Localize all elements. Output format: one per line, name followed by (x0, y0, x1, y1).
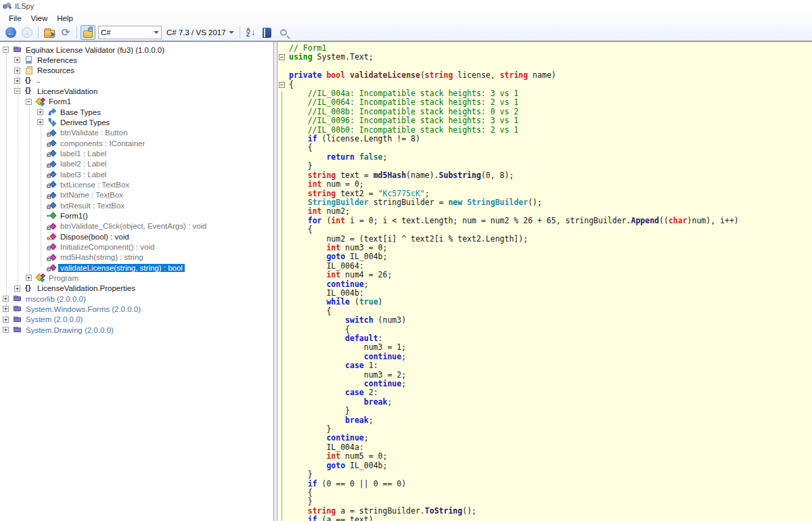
tree-item[interactable]: Form1() (0, 210, 273, 221)
tree-item[interactable]: label1 : Label (0, 148, 273, 158)
code-line: for (int i = 0; i < text.Length; num = n… (277, 217, 812, 225)
code-token: num2; (321, 206, 350, 216)
tree-item[interactable]: InitializeComponent() : void (0, 242, 273, 252)
language-version-value: C# 7.3 / VS 2017 (166, 28, 226, 37)
tree-item[interactable]: +Base Types (0, 107, 273, 117)
code-line: IL_0064: (277, 262, 812, 271)
tree-item[interactable]: +References (0, 55, 273, 65)
expand-icon[interactable]: + (14, 78, 20, 84)
expand-icon[interactable]: + (14, 68, 20, 74)
tree-item[interactable]: +Program (0, 273, 273, 283)
tree-item[interactable]: validateLicense(string, string) : bool (0, 263, 273, 273)
collapse-icon[interactable]: − (3, 47, 9, 53)
code-token (289, 461, 326, 470)
toolbar-separator (76, 26, 77, 39)
back-button[interactable]: ← (3, 25, 18, 40)
code-line: continue; (277, 380, 812, 388)
menu-item-view[interactable]: View (26, 14, 53, 23)
tree-item[interactable]: txtName : TextBox (0, 190, 273, 200)
code-token: string (425, 70, 453, 80)
decompiled-code-pane[interactable]: // Form1−using System.Text;private bool … (277, 42, 812, 521)
tree-item[interactable]: md5Hash(string) : string (0, 252, 273, 263)
tree-item[interactable]: +mscorlib (2.0.0.0) (0, 294, 273, 304)
tree-item[interactable]: btnValidate_Click(object, EventArgs) : v… (0, 221, 273, 231)
code-token: string (308, 506, 336, 516)
tree-item[interactable]: +System.Drawing (2.0.0.0) (0, 325, 273, 335)
code-line: // Form1 (277, 44, 812, 53)
code-token: num3 = 1; (289, 342, 406, 352)
expand-icon[interactable]: + (3, 296, 9, 302)
code-token: IL_004a: (289, 443, 364, 452)
code-view[interactable]: // Form1−using System.Text;private bool … (277, 42, 812, 521)
code-line: { (277, 307, 812, 316)
sort-assemblies-button[interactable]: AZ↓ (244, 25, 258, 40)
tree-item[interactable]: −{}LicenseValidation (0, 86, 273, 96)
code-token: name) (528, 70, 556, 80)
menu-item-file[interactable]: File (4, 14, 26, 23)
expand-icon[interactable]: + (3, 327, 9, 333)
tree-item[interactable]: label3 : Label (0, 169, 273, 179)
collapse-icon[interactable]: − (26, 99, 32, 105)
code-token (289, 171, 308, 180)
references-icon (24, 55, 35, 65)
code-token: ToString (425, 506, 462, 516)
tree-item[interactable]: components : IContainer (0, 138, 273, 148)
code-token: //IL_0096: Incompatible stack heights: 3… (289, 116, 518, 125)
code-token: if (308, 515, 317, 521)
tree-item[interactable]: txtResult : TextBox (0, 200, 273, 210)
code-token: } (289, 161, 313, 171)
code-token: int (331, 216, 345, 225)
field-private-icon (47, 128, 58, 138)
tree-item[interactable]: +{}- (0, 76, 273, 86)
tree-item[interactable]: −Equihax License Validator (fu3) (1.0.0.… (0, 45, 273, 55)
assembly-icon (12, 294, 24, 304)
tree-item[interactable]: −Form1 (0, 97, 273, 107)
field-private-icon (47, 190, 58, 200)
code-token (289, 198, 308, 207)
code-token: case (345, 388, 364, 397)
tree-item[interactable]: label2 : Label (0, 159, 273, 169)
open-file-button[interactable]: ➤ (42, 25, 57, 40)
code-token (355, 152, 359, 162)
tree-item[interactable]: +Resources (0, 66, 273, 76)
tree-item-label: txtLicense : TextBox (58, 181, 131, 189)
code-token: license, (453, 70, 499, 80)
expand-icon[interactable]: + (14, 286, 20, 292)
language-version-select[interactable]: C# 7.3 / VS 2017 (164, 26, 237, 39)
code-token: a = stringBuilder. (336, 506, 425, 516)
expand-icon[interactable]: + (37, 119, 43, 125)
expand-icon[interactable]: + (37, 109, 43, 115)
fold-collapse-icon[interactable]: − (279, 54, 285, 60)
tree-item[interactable]: +System (2.0.0.0) (0, 315, 273, 325)
fold-collapse-icon[interactable]: − (279, 82, 285, 88)
menu-item-help[interactable]: Help (52, 14, 78, 23)
expand-icon[interactable]: + (26, 275, 32, 281)
code-token (289, 252, 326, 261)
code-line: switch (num3) (277, 316, 812, 325)
tree-item[interactable]: Dispose(bool) : void (0, 231, 273, 242)
tree-item[interactable]: btnValidate : Button (0, 128, 273, 138)
language-select[interactable]: C# (98, 26, 162, 39)
assembly-tree-pane[interactable]: −Equihax License Validator (fu3) (1.0.0.… (0, 42, 274, 521)
refresh-button[interactable]: ⟳ (58, 25, 73, 40)
search-button[interactable] (276, 25, 291, 40)
assembly-icon (12, 325, 24, 335)
assembly-icon (12, 45, 24, 55)
tree-item[interactable]: +Derived Types (0, 117, 273, 127)
code-token: int (326, 270, 340, 279)
code-line: } (277, 407, 812, 415)
tree-item[interactable]: +System.Windows.Forms (2.0.0.0) (0, 304, 273, 314)
expand-icon[interactable]: + (3, 317, 9, 323)
forward-button[interactable]: → (20, 25, 35, 40)
show-internal-api-toggle[interactable] (81, 25, 95, 40)
code-token: num5 = 0; (340, 451, 387, 461)
code-line: goto IL_004b; (277, 252, 812, 261)
tree-item[interactable]: +{}LicenseValidation.Properties (0, 284, 273, 294)
expand-icon[interactable]: + (3, 306, 9, 312)
expand-icon[interactable]: + (14, 57, 20, 63)
open-folder-icon: ➤ (44, 30, 55, 38)
assembly-list-button[interactable] (260, 25, 275, 40)
code-line: { (277, 143, 812, 152)
tree-item[interactable]: txtLicense : TextBox (0, 179, 273, 189)
collapse-icon[interactable]: − (14, 88, 20, 94)
